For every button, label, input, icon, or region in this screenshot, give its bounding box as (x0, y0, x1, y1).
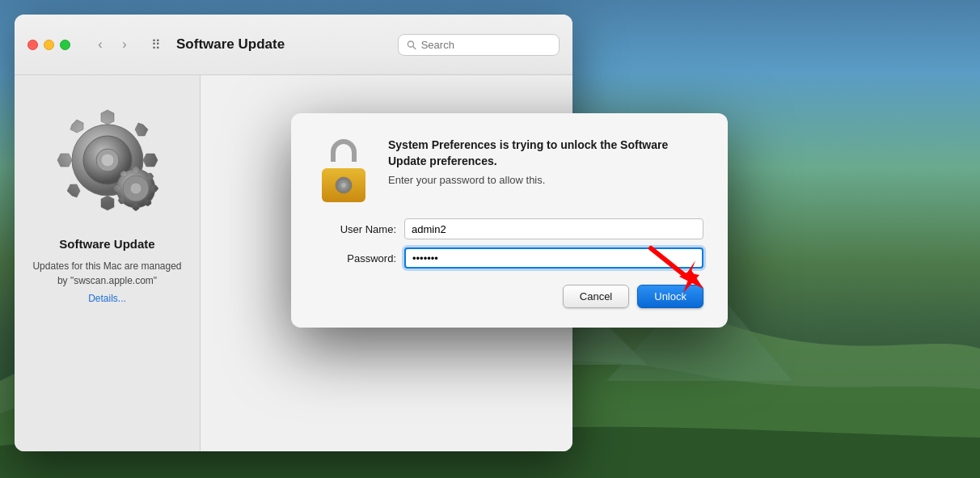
svg-point-5 (101, 154, 114, 167)
lock-shackle (331, 139, 357, 162)
grid-icon[interactable]: ⠿ (151, 37, 160, 53)
close-button[interactable] (27, 40, 38, 50)
svg-point-8 (130, 183, 142, 194)
search-input[interactable] (421, 39, 551, 51)
sidebar-description: Updates for this Mac are managed by "sws… (15, 259, 200, 288)
svg-line-1 (413, 46, 416, 49)
nav-arrows: ‹ › (90, 34, 135, 55)
minimize-button[interactable] (44, 40, 54, 50)
search-icon (407, 40, 416, 50)
lock-icon (315, 137, 372, 202)
details-link[interactable]: Details... (88, 293, 126, 304)
username-label: User Name: (315, 223, 396, 235)
lock-gear-icon (332, 174, 355, 197)
software-update-icon (47, 99, 168, 221)
sidebar: Software Update Updates for this Mac are… (15, 75, 201, 451)
auth-dialog: System Preferences is trying to unlock t… (291, 113, 728, 328)
red-arrow-indicator (639, 236, 712, 304)
traffic-lights (27, 40, 70, 50)
dialog-buttons: Cancel Unlock (315, 285, 703, 308)
lock-body (322, 168, 365, 202)
window-title: Software Update (176, 36, 388, 53)
cancel-button[interactable]: Cancel (563, 285, 629, 308)
maximize-button[interactable] (60, 40, 70, 50)
back-arrow[interactable]: ‹ (90, 34, 111, 55)
dialog-text: System Preferences is trying to unlock t… (388, 137, 703, 202)
sidebar-app-name: Software Update (59, 237, 154, 251)
svg-point-11 (341, 183, 346, 188)
title-bar: ‹ › ⠿ Software Update (15, 15, 572, 75)
forward-arrow[interactable]: › (114, 34, 135, 55)
password-label: Password: (315, 252, 396, 264)
search-bar[interactable] (398, 34, 560, 56)
dialog-top: System Preferences is trying to unlock t… (315, 137, 703, 202)
dialog-subtext: Enter your password to allow this. (388, 174, 703, 186)
dialog-heading: System Preferences is trying to unlock t… (388, 137, 703, 169)
